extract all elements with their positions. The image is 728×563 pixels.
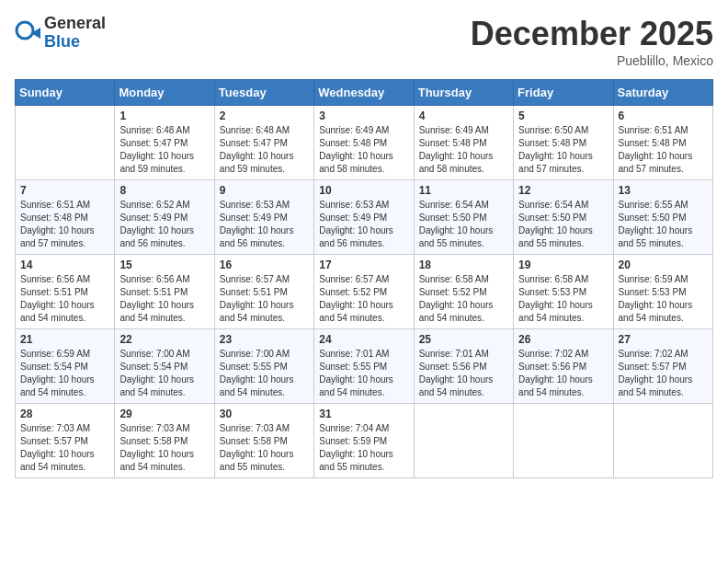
day-content: Sunrise: 6:48 AM Sunset: 5:47 PM Dayligh… bbox=[220, 124, 309, 176]
day-content: Sunrise: 7:04 AM Sunset: 5:59 PM Dayligh… bbox=[319, 422, 408, 474]
day-content: Sunrise: 7:02 AM Sunset: 5:56 PM Dayligh… bbox=[518, 348, 608, 399]
calendar-cell: 19Sunrise: 6:58 AM Sunset: 5:53 PM Dayli… bbox=[514, 255, 613, 329]
calendar-cell: 21Sunrise: 6:59 AM Sunset: 5:54 PM Dayli… bbox=[16, 329, 115, 404]
day-content: Sunrise: 6:59 AM Sunset: 5:54 PM Dayligh… bbox=[20, 348, 109, 399]
day-number: 28 bbox=[20, 408, 109, 420]
day-number: 1 bbox=[119, 109, 209, 122]
calendar-header-monday: Monday bbox=[115, 80, 214, 106]
logo: General Blue bbox=[15, 15, 106, 52]
logo-icon bbox=[15, 20, 40, 46]
day-number: 15 bbox=[119, 259, 209, 271]
day-content: Sunrise: 6:50 AM Sunset: 5:48 PM Dayligh… bbox=[518, 124, 608, 176]
calendar-week-4: 28Sunrise: 7:03 AM Sunset: 5:57 PM Dayli… bbox=[16, 404, 713, 478]
calendar-cell: 30Sunrise: 7:03 AM Sunset: 5:58 PM Dayli… bbox=[214, 404, 313, 478]
day-number: 7 bbox=[20, 184, 109, 197]
day-number: 4 bbox=[419, 109, 508, 122]
calendar-cell: 31Sunrise: 7:04 AM Sunset: 5:59 PM Dayli… bbox=[314, 404, 414, 478]
calendar-cell: 7Sunrise: 6:51 AM Sunset: 5:48 PM Daylig… bbox=[16, 180, 115, 255]
day-number: 19 bbox=[518, 259, 608, 271]
calendar-header-saturday: Saturday bbox=[613, 80, 712, 106]
day-number: 24 bbox=[319, 333, 408, 346]
calendar-cell: 28Sunrise: 7:03 AM Sunset: 5:57 PM Dayli… bbox=[16, 404, 115, 478]
day-content: Sunrise: 7:00 AM Sunset: 5:55 PM Dayligh… bbox=[220, 348, 309, 399]
day-content: Sunrise: 6:58 AM Sunset: 5:53 PM Dayligh… bbox=[518, 273, 608, 325]
calendar-week-2: 14Sunrise: 6:56 AM Sunset: 5:51 PM Dayli… bbox=[16, 255, 713, 329]
calendar-cell: 18Sunrise: 6:58 AM Sunset: 5:52 PM Dayli… bbox=[414, 255, 513, 329]
title-area: December 2025 Pueblillo, Mexico bbox=[471, 15, 713, 68]
calendar-cell: 15Sunrise: 6:56 AM Sunset: 5:51 PM Dayli… bbox=[115, 255, 214, 329]
day-content: Sunrise: 7:03 AM Sunset: 5:58 PM Dayligh… bbox=[220, 422, 309, 474]
day-number: 31 bbox=[319, 408, 408, 420]
calendar-cell: 8Sunrise: 6:52 AM Sunset: 5:49 PM Daylig… bbox=[115, 180, 214, 255]
calendar-cell: 26Sunrise: 7:02 AM Sunset: 5:56 PM Dayli… bbox=[514, 329, 613, 404]
day-number: 2 bbox=[220, 109, 309, 122]
calendar-cell: 20Sunrise: 6:59 AM Sunset: 5:53 PM Dayli… bbox=[613, 255, 712, 329]
day-number: 17 bbox=[319, 259, 408, 271]
day-content: Sunrise: 6:48 AM Sunset: 5:47 PM Dayligh… bbox=[119, 124, 209, 176]
day-number: 21 bbox=[20, 333, 109, 346]
calendar-header-row: SundayMondayTuesdayWednesdayThursdayFrid… bbox=[16, 80, 713, 106]
day-number: 20 bbox=[619, 259, 708, 271]
day-content: Sunrise: 6:54 AM Sunset: 5:50 PM Dayligh… bbox=[419, 199, 508, 250]
day-number: 11 bbox=[419, 184, 508, 197]
calendar-cell: 1Sunrise: 6:48 AM Sunset: 5:47 PM Daylig… bbox=[115, 106, 214, 180]
calendar-cell: 2Sunrise: 6:48 AM Sunset: 5:47 PM Daylig… bbox=[214, 106, 313, 180]
day-content: Sunrise: 6:49 AM Sunset: 5:48 PM Dayligh… bbox=[419, 124, 508, 176]
day-content: Sunrise: 6:52 AM Sunset: 5:49 PM Dayligh… bbox=[119, 199, 209, 250]
calendar-cell: 12Sunrise: 6:54 AM Sunset: 5:50 PM Dayli… bbox=[514, 180, 613, 255]
day-content: Sunrise: 6:56 AM Sunset: 5:51 PM Dayligh… bbox=[20, 273, 109, 325]
svg-point-0 bbox=[17, 22, 33, 39]
calendar-cell: 27Sunrise: 7:02 AM Sunset: 5:57 PM Dayli… bbox=[613, 329, 712, 404]
calendar-week-1: 7Sunrise: 6:51 AM Sunset: 5:48 PM Daylig… bbox=[16, 180, 713, 255]
day-number: 16 bbox=[220, 259, 309, 271]
calendar-cell: 9Sunrise: 6:53 AM Sunset: 5:49 PM Daylig… bbox=[214, 180, 313, 255]
calendar-cell: 17Sunrise: 6:57 AM Sunset: 5:52 PM Dayli… bbox=[314, 255, 414, 329]
calendar-cell: 29Sunrise: 7:03 AM Sunset: 5:58 PM Dayli… bbox=[115, 404, 214, 478]
calendar-cell: 16Sunrise: 6:57 AM Sunset: 5:51 PM Dayli… bbox=[214, 255, 313, 329]
location: Pueblillo, Mexico bbox=[471, 53, 713, 68]
logo-text: General Blue bbox=[44, 15, 106, 52]
day-content: Sunrise: 7:03 AM Sunset: 5:57 PM Dayligh… bbox=[20, 422, 109, 474]
calendar-cell bbox=[414, 404, 513, 478]
calendar-cell: 24Sunrise: 7:01 AM Sunset: 5:55 PM Dayli… bbox=[314, 329, 414, 404]
calendar-cell: 25Sunrise: 7:01 AM Sunset: 5:56 PM Dayli… bbox=[414, 329, 513, 404]
day-number: 25 bbox=[419, 333, 508, 346]
calendar-header-sunday: Sunday bbox=[16, 80, 115, 106]
day-number: 3 bbox=[319, 109, 408, 122]
day-number: 8 bbox=[119, 184, 209, 197]
calendar-week-0: 1Sunrise: 6:48 AM Sunset: 5:47 PM Daylig… bbox=[16, 106, 713, 180]
day-content: Sunrise: 6:51 AM Sunset: 5:48 PM Dayligh… bbox=[20, 199, 109, 250]
calendar-cell: 5Sunrise: 6:50 AM Sunset: 5:48 PM Daylig… bbox=[514, 106, 613, 180]
day-content: Sunrise: 6:55 AM Sunset: 5:50 PM Dayligh… bbox=[619, 199, 708, 250]
logo-general: General bbox=[44, 15, 106, 33]
calendar-header-friday: Friday bbox=[514, 80, 613, 106]
calendar-cell: 13Sunrise: 6:55 AM Sunset: 5:50 PM Dayli… bbox=[613, 180, 712, 255]
month-title: December 2025 bbox=[471, 15, 713, 53]
calendar-cell: 4Sunrise: 6:49 AM Sunset: 5:48 PM Daylig… bbox=[414, 106, 513, 180]
day-number: 18 bbox=[419, 259, 508, 271]
day-number: 13 bbox=[619, 184, 708, 197]
calendar-cell: 14Sunrise: 6:56 AM Sunset: 5:51 PM Dayli… bbox=[16, 255, 115, 329]
calendar-header-thursday: Thursday bbox=[414, 80, 513, 106]
day-number: 23 bbox=[220, 333, 309, 346]
calendar-cell bbox=[613, 404, 712, 478]
day-content: Sunrise: 6:53 AM Sunset: 5:49 PM Dayligh… bbox=[220, 199, 309, 250]
page-header: General Blue December 2025 Pueblillo, Me… bbox=[15, 15, 713, 68]
calendar-cell bbox=[16, 106, 115, 180]
day-number: 14 bbox=[20, 259, 109, 271]
day-number: 22 bbox=[119, 333, 209, 346]
calendar-cell: 10Sunrise: 6:53 AM Sunset: 5:49 PM Dayli… bbox=[314, 180, 414, 255]
day-content: Sunrise: 7:01 AM Sunset: 5:55 PM Dayligh… bbox=[319, 348, 408, 399]
day-number: 27 bbox=[619, 333, 708, 346]
day-content: Sunrise: 6:53 AM Sunset: 5:49 PM Dayligh… bbox=[319, 199, 408, 250]
calendar-cell: 23Sunrise: 7:00 AM Sunset: 5:55 PM Dayli… bbox=[214, 329, 313, 404]
day-content: Sunrise: 6:49 AM Sunset: 5:48 PM Dayligh… bbox=[319, 124, 408, 176]
calendar-cell: 11Sunrise: 6:54 AM Sunset: 5:50 PM Dayli… bbox=[414, 180, 513, 255]
day-content: Sunrise: 6:58 AM Sunset: 5:52 PM Dayligh… bbox=[419, 273, 508, 325]
day-content: Sunrise: 6:57 AM Sunset: 5:52 PM Dayligh… bbox=[319, 273, 408, 325]
day-content: Sunrise: 6:57 AM Sunset: 5:51 PM Dayligh… bbox=[220, 273, 309, 325]
calendar-week-3: 21Sunrise: 6:59 AM Sunset: 5:54 PM Dayli… bbox=[16, 329, 713, 404]
day-content: Sunrise: 7:03 AM Sunset: 5:58 PM Dayligh… bbox=[119, 422, 209, 474]
calendar-header-tuesday: Tuesday bbox=[214, 80, 313, 106]
day-content: Sunrise: 6:54 AM Sunset: 5:50 PM Dayligh… bbox=[518, 199, 608, 250]
